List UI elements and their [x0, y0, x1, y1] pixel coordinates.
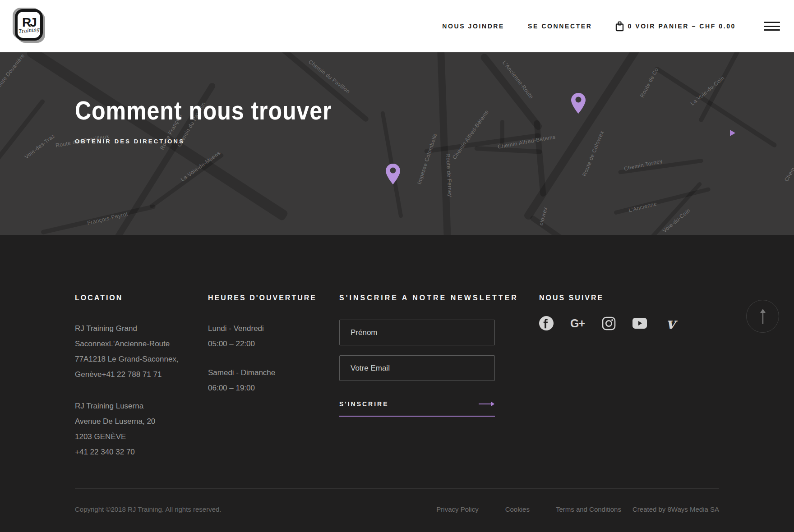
site-header: RJ Training NOUS JOINDRE SE CONNECTER 0 …: [0, 0, 794, 52]
location-heading: LOCATION: [75, 294, 188, 302]
youtube-icon[interactable]: [632, 316, 647, 330]
address-block-luserna: RJ Training Luserna Avenue De Luserna, 2…: [75, 399, 188, 460]
address-line: 77A1218 Le Grand-Saconnex,: [75, 352, 188, 367]
map-road: [26, 52, 289, 221]
map-road: [437, 52, 451, 235]
hours-weekend: Samedi - Dimanche 06:00 – 19:00: [208, 365, 316, 396]
street-label: L'Ancienne: [628, 201, 658, 214]
map-road: [654, 66, 778, 148]
map-pin-grand-saconnex[interactable]: [571, 93, 586, 114]
street-label: Chem: [783, 166, 794, 183]
newsletter-heading: S'INSCRIRE A NOTRE NEWSLETTER: [339, 294, 495, 302]
scroll-to-top-button[interactable]: [746, 300, 779, 333]
copyright-text: Copyright ©2018 RJ Training. All rights …: [75, 505, 222, 513]
site-footer: LOCATION RJ Training Grand SaconnexL'Anc…: [0, 235, 794, 532]
instagram-icon[interactable]: [601, 316, 616, 330]
arrow-up-icon: [759, 309, 766, 324]
vimeo-icon[interactable]: v: [664, 316, 678, 330]
address-line: Avenue De Luserna, 20: [75, 414, 188, 429]
subscribe-label: S'INSCRIRE: [339, 400, 389, 408]
address-line: RJ Training Grand: [75, 321, 188, 336]
hours-days: Samedi - Dimanche: [208, 365, 316, 381]
follow-heading: NOUS SUIVRE: [539, 294, 692, 302]
google-plus-icon[interactable]: G+: [570, 316, 585, 330]
map-road: [534, 120, 546, 197]
footer-social-column: NOUS SUIVRE G+: [539, 294, 692, 330]
street-label: olovrex: [538, 206, 549, 226]
address-line: RJ Training Luserna: [75, 399, 188, 414]
arrow-right-icon: [479, 401, 495, 407]
address-line: 1203 GENÈVE: [75, 429, 188, 445]
terms-link[interactable]: Terms and Conditions: [556, 505, 621, 513]
hamburger-menu-icon[interactable]: [764, 22, 780, 31]
street-label: Route de Co: [639, 67, 660, 99]
shopping-bag-icon: [615, 21, 624, 32]
street-label: Route de Colovrex: [581, 130, 605, 177]
privacy-policy-link[interactable]: Privacy Policy: [436, 505, 478, 513]
map-cursor-triangle-icon: [730, 130, 735, 136]
credits-link[interactable]: Created by 8Ways Media SA: [632, 505, 719, 513]
logo-monogram: RJ: [22, 17, 36, 28]
address-line: SaconnexL'Ancienne-Route: [75, 336, 188, 352]
hours-days: Lundi - Vendredi: [208, 321, 316, 336]
cart-label: 0 VOIR PANIER – CHF 0.00: [628, 23, 736, 30]
map-road: [479, 52, 543, 131]
cart-link[interactable]: 0 VOIR PANIER – CHF 0.00: [615, 21, 736, 32]
cookies-link[interactable]: Cookies: [505, 505, 530, 513]
street-label: Impasse Colombelle: [416, 133, 439, 185]
footer-bottom-bar: Copyright ©2018 RJ Training. All rights …: [75, 505, 719, 513]
nav-link-nous-joindre[interactable]: NOUS JOINDRE: [442, 23, 504, 30]
facebook-icon[interactable]: [539, 316, 554, 330]
street-label: Chemin Alfred-Bétems: [451, 109, 490, 161]
nav-link-se-connecter[interactable]: SE CONNECTER: [528, 23, 592, 30]
map-section-title: Comment nous trouver: [75, 96, 332, 125]
email-input[interactable]: [339, 355, 495, 381]
legal-links: Privacy Policy Cookies Terms and Conditi…: [436, 505, 719, 513]
footer-location-column: LOCATION RJ Training Grand SaconnexL'Anc…: [75, 294, 188, 460]
address-line: +41 22 340 32 70: [75, 445, 188, 460]
first-name-input[interactable]: [339, 320, 495, 345]
social-icons-row: G+ v: [539, 316, 692, 330]
header-nav: NOUS JOINDRE SE CONNECTER 0 VOIR PANIER …: [442, 0, 780, 52]
street-label: Voie-des-Traz: [23, 133, 56, 160]
logo[interactable]: RJ Training: [15, 9, 43, 41]
address-line: Genève+41 22 788 71 71: [75, 367, 188, 382]
map-pin-luserna[interactable]: [386, 164, 400, 184]
logo-script: Training: [18, 26, 40, 34]
map-road: [614, 187, 711, 215]
hours-weekdays: Lundi - Vendredi 05:00 – 22:00: [208, 321, 316, 352]
map-section[interactable]: Chemin du PavillonRoute DouanièreVoie-de…: [0, 52, 794, 235]
map-road: [0, 98, 46, 172]
footer-newsletter-column: S'INSCRIRE A NOTRE NEWSLETTER S'INSCRIRE: [339, 294, 495, 417]
map-road: [645, 181, 702, 235]
hours-heading: HEURES D'OUVERTURE: [208, 294, 316, 302]
footer-divider: [75, 488, 719, 489]
get-directions-link[interactable]: OBTENIR DES DIRECTIONS: [75, 138, 185, 145]
address-block-grand-saconnex: RJ Training Grand SaconnexL'Ancienne-Rou…: [75, 321, 188, 382]
hours-time: 06:00 – 19:00: [208, 381, 316, 396]
footer-hours-column: HEURES D'OUVERTURE Lundi - Vendredi 05:0…: [208, 294, 316, 396]
hours-time: 05:00 – 22:00: [208, 336, 316, 352]
subscribe-button[interactable]: S'INSCRIRE: [339, 400, 495, 417]
street-label: Route Douanière: [0, 53, 26, 92]
